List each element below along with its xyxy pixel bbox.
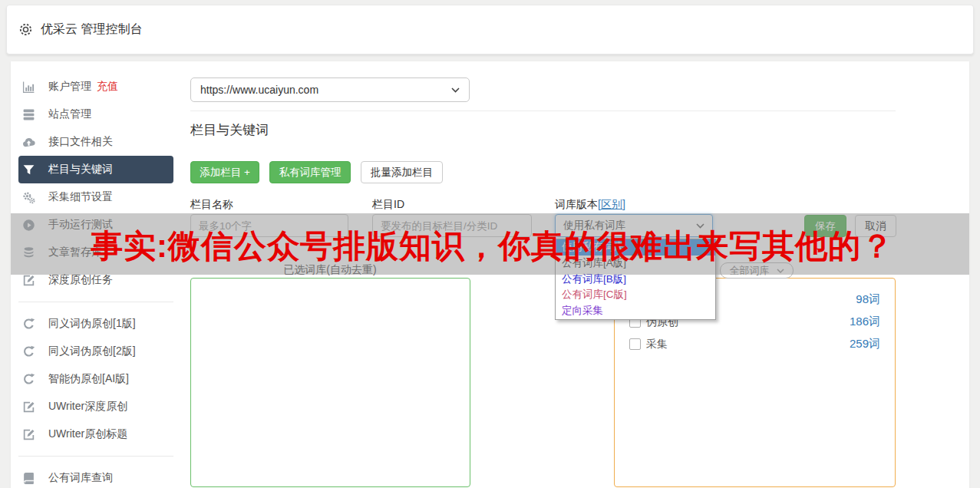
sidebar-item-collection-settings[interactable]: 采集细节设置 bbox=[18, 183, 173, 211]
sidebar-item-uwriter-deep[interactable]: UWriter深度原创 bbox=[18, 393, 173, 420]
sidebar-divider bbox=[18, 294, 173, 310]
thesaurus-version-label-text: 词库版本 bbox=[555, 198, 598, 210]
sidebar-item-uwriter-title[interactable]: UWriter原创标题 bbox=[18, 420, 173, 448]
edit-icon bbox=[22, 401, 35, 414]
sidebar-item-label: 站点管理 bbox=[48, 107, 91, 121]
refresh-icon bbox=[22, 345, 35, 358]
sidebar-item-label: 同义词伪原创[2版] bbox=[48, 345, 136, 358]
word-count: 259词 bbox=[850, 337, 880, 351]
dropdown-option-directed-collect[interactable]: 定向采集 bbox=[556, 303, 715, 319]
refresh-icon bbox=[22, 318, 35, 331]
sidebar-item-label: 深度原创任务 bbox=[48, 273, 113, 287]
word-count: 186词 bbox=[850, 315, 880, 329]
sidebar-item-synonym-rewrite-1[interactable]: 同义词伪原创[1版] bbox=[18, 310, 173, 338]
sidebar-item-synonym-rewrite-2[interactable]: 同义词伪原创[2版] bbox=[18, 338, 173, 365]
sidebar-item-label: 栏目与关键词 bbox=[48, 163, 113, 176]
cloud-upload-icon bbox=[22, 136, 35, 149]
edit-icon bbox=[22, 428, 35, 441]
header: 优采云 管理控制台 bbox=[6, 5, 974, 54]
page-title: 栏目与关键词 bbox=[190, 121, 269, 139]
site-url-selector[interactable]: https://www.ucaiyun.com bbox=[190, 77, 470, 102]
sidebar-item-public-thesaurus-query[interactable]: 公有词库查询 bbox=[18, 464, 173, 488]
sidebar-item-label: 采集细节设置 bbox=[48, 190, 113, 204]
checkbox[interactable] bbox=[629, 338, 641, 350]
sidebar-item-label: 接口文件相关 bbox=[48, 135, 113, 149]
sidebar-item-label: 公有词库查询 bbox=[48, 471, 113, 485]
sidebar-item-interface-files[interactable]: 接口文件相关 bbox=[18, 128, 173, 156]
word-count: 98词 bbox=[856, 292, 880, 307]
column-name-label: 栏目名称 bbox=[190, 198, 233, 212]
sidebar-item-columns-keywords[interactable]: 栏目与关键词 bbox=[18, 156, 173, 183]
library-row: 采集 259词 bbox=[615, 333, 895, 355]
edit-icon bbox=[22, 274, 35, 287]
book-icon bbox=[22, 472, 35, 485]
site-url-value: https://www.ucaiyun.com bbox=[200, 84, 318, 96]
difference-link[interactable]: [区别] bbox=[598, 198, 625, 210]
app-title: 优采云 管理控制台 bbox=[41, 21, 142, 38]
server-icon bbox=[22, 108, 35, 121]
gears-icon bbox=[22, 191, 35, 204]
sidebar: 账户管理 充值 站点管理 接口文件相关 栏目与关键词 采集细节设置 手动运行测试… bbox=[11, 73, 184, 488]
gear-icon bbox=[18, 22, 33, 37]
refresh-icon bbox=[22, 373, 35, 386]
overlay-annotation-text: 事实:微信公众号排版知识，你真的很难出来写其他的？ bbox=[91, 229, 894, 263]
sidebar-divider bbox=[18, 448, 173, 464]
funnel-icon bbox=[22, 163, 35, 176]
dropdown-option-public-c[interactable]: 公有词库[C版] bbox=[556, 287, 715, 303]
bar-chart-icon bbox=[22, 81, 35, 94]
sidebar-item-label: 账户管理 bbox=[48, 80, 91, 94]
recharge-badge[interactable]: 充值 bbox=[97, 80, 118, 94]
section-divider bbox=[190, 110, 896, 111]
thesaurus-version-label: 词库版本[区别] bbox=[555, 198, 625, 212]
batch-add-column-button[interactable]: 批量添加栏目 bbox=[361, 161, 443, 183]
app: 优采云 管理控制台 账户管理 充值 站点管理 接口文件相关 栏目与关键词 采集细… bbox=[0, 0, 980, 488]
sidebar-item-label: 同义词伪原创[1版] bbox=[48, 317, 136, 331]
selected-thesaurus-panel bbox=[190, 278, 470, 487]
sidebar-item-account-management[interactable]: 账户管理 充值 bbox=[18, 73, 173, 101]
private-thesaurus-button[interactable]: 私有词库管理 bbox=[269, 161, 351, 183]
sidebar-item-label: UWriter原创标题 bbox=[48, 427, 127, 441]
add-column-button[interactable]: 添加栏目 + bbox=[190, 161, 259, 183]
library-row-label: 采集 bbox=[646, 338, 668, 351]
sidebar-item-label: 智能伪原创[AI版] bbox=[48, 372, 129, 386]
column-id-label: 栏目ID bbox=[372, 198, 404, 212]
sidebar-item-site-management[interactable]: 站点管理 bbox=[18, 101, 173, 128]
sidebar-item-ai-rewrite[interactable]: 智能伪原创[AI版] bbox=[18, 365, 173, 393]
sidebar-item-label: UWriter深度原创 bbox=[48, 400, 127, 414]
chevron-down-icon bbox=[451, 87, 460, 93]
